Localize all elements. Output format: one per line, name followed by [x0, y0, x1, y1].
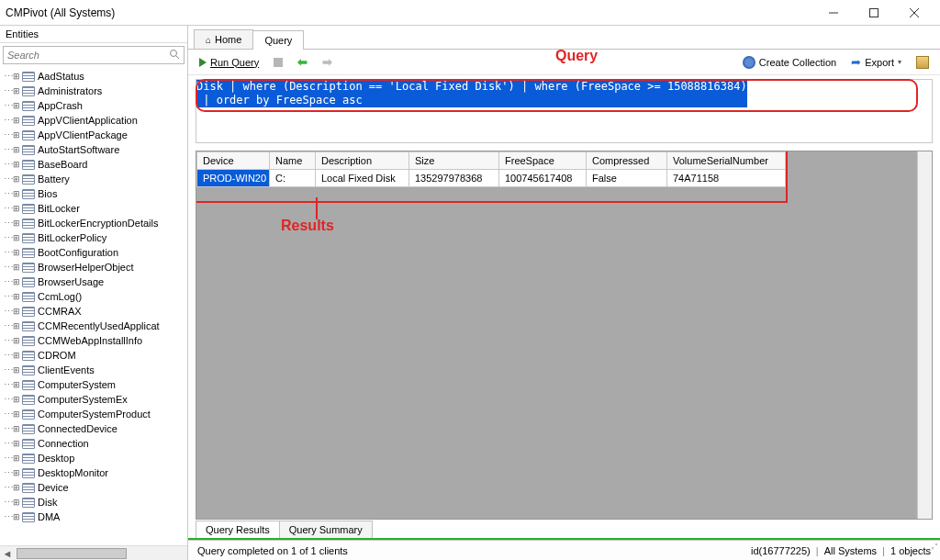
cabinet-button[interactable]: [912, 54, 933, 71]
entity-tree-item[interactable]: ⋯⊞Disk: [0, 495, 187, 510]
expand-icon[interactable]: ⊞: [11, 276, 22, 287]
export-button[interactable]: ➦ Export ▾: [847, 53, 905, 71]
expand-icon[interactable]: ⊞: [11, 306, 22, 317]
expand-icon[interactable]: ⊞: [11, 409, 22, 420]
entity-tree-item[interactable]: ⋯⊞AutoStartSoftware: [0, 142, 187, 157]
table-cell[interactable]: 135297978368: [409, 170, 499, 187]
entity-tree-item[interactable]: ⋯⊞ClientEvents: [0, 363, 187, 377]
expand-icon[interactable]: ⊞: [11, 423, 22, 434]
entity-tree-item[interactable]: ⋯⊞BitLockerEncryptionDetails: [0, 216, 187, 230]
resize-grip-icon[interactable]: ⋰: [925, 545, 938, 558]
entity-tree-item[interactable]: ⋯⊞Bios: [0, 186, 187, 201]
table-cell[interactable]: 74A71158: [667, 170, 786, 187]
query-text[interactable]: Disk | where (Description == 'Local Fixe…: [196, 80, 747, 107]
expand-icon[interactable]: ⊞: [11, 364, 22, 375]
entity-tree-item[interactable]: ⋯⊞ComputerSystemProduct: [0, 407, 187, 421]
column-header[interactable]: Compressed: [587, 151, 667, 170]
tree-hscroll[interactable]: ◄: [0, 545, 187, 560]
expand-icon[interactable]: ⊞: [11, 203, 22, 214]
entity-tree-item[interactable]: ⋯⊞ComputerSystem: [0, 377, 187, 392]
entity-tree-item[interactable]: ⋯⊞DMA: [0, 510, 187, 524]
stop-button[interactable]: [270, 56, 286, 69]
table-row[interactable]: PROD-WIN20C:Local Fixed Disk135297978368…: [196, 170, 786, 187]
table-cell[interactable]: C:: [270, 170, 316, 187]
column-header[interactable]: VolumeSerialNumber: [667, 151, 786, 170]
expand-icon[interactable]: ⊞: [11, 482, 22, 493]
entity-tree-item[interactable]: ⋯⊞CcmLog(): [0, 289, 187, 304]
scroll-left-icon[interactable]: ◄: [0, 548, 15, 559]
entity-tree-item[interactable]: ⋯⊞Connection: [0, 436, 187, 451]
expand-icon[interactable]: ⊞: [11, 174, 22, 185]
search-icon[interactable]: [169, 49, 180, 62]
column-header[interactable]: FreeSpace: [499, 151, 587, 170]
entity-tree-item[interactable]: ⋯⊞AppVClientApplication: [0, 113, 187, 128]
scroll-thumb[interactable]: [17, 548, 127, 559]
expand-icon[interactable]: ⊞: [11, 497, 22, 508]
entity-tree-item[interactable]: ⋯⊞AppCrash: [0, 98, 187, 113]
expand-icon[interactable]: ⊞: [11, 144, 22, 155]
nav-forward-button[interactable]: ➡: [319, 53, 336, 71]
entity-tree-item[interactable]: ⋯⊞AppVClientPackage: [0, 128, 187, 142]
expand-icon[interactable]: ⊞: [11, 438, 22, 449]
entity-tree-item[interactable]: ⋯⊞ConnectedDevice: [0, 421, 187, 436]
tab-query-summary[interactable]: Query Summary: [279, 521, 373, 538]
maximize-button[interactable]: [854, 0, 894, 26]
expand-icon[interactable]: ⊞: [11, 350, 22, 361]
expand-icon[interactable]: ⊞: [11, 232, 22, 243]
nav-back-button[interactable]: ⬅: [294, 53, 311, 71]
entity-tree-item[interactable]: ⋯⊞BitLockerPolicy: [0, 230, 187, 245]
entity-tree-item[interactable]: ⋯⊞Device: [0, 480, 187, 495]
entity-tree-item[interactable]: ⋯⊞BrowserUsage: [0, 274, 187, 289]
entity-tree-item[interactable]: ⋯⊞Administrators: [0, 84, 187, 98]
minimize-button[interactable]: [813, 0, 854, 26]
results-vscroll[interactable]: [917, 151, 932, 519]
expand-icon[interactable]: ⊞: [11, 100, 22, 111]
expand-icon[interactable]: ⊞: [11, 291, 22, 302]
run-query-button[interactable]: Run Query: [196, 55, 263, 70]
column-header[interactable]: Device: [196, 151, 270, 170]
entity-tree-item[interactable]: ⋯⊞ComputerSystemEx: [0, 392, 187, 407]
expand-icon[interactable]: ⊞: [11, 188, 22, 199]
tab-query[interactable]: Query: [252, 30, 304, 50]
search-input[interactable]: [7, 50, 169, 61]
entity-tree-item[interactable]: ⋯⊞AadStatus: [0, 69, 187, 84]
close-button[interactable]: [894, 0, 934, 26]
expand-icon[interactable]: ⊞: [11, 71, 22, 82]
entity-tree-item[interactable]: ⋯⊞Battery: [0, 172, 187, 186]
table-cell[interactable]: PROD-WIN20: [196, 170, 270, 187]
tab-query-results[interactable]: Query Results: [196, 521, 280, 538]
expand-icon[interactable]: ⊞: [11, 159, 22, 170]
tab-home[interactable]: ⌂ Home: [194, 29, 253, 49]
table-cell[interactable]: False: [587, 170, 667, 187]
entity-tree-item[interactable]: ⋯⊞CCMWebAppInstallInfo: [0, 333, 187, 348]
entity-tree-item[interactable]: ⋯⊞DesktopMonitor: [0, 465, 187, 480]
expand-icon[interactable]: ⊞: [11, 247, 22, 258]
entity-tree-item[interactable]: ⋯⊞Desktop: [0, 451, 187, 465]
expand-icon[interactable]: ⊞: [11, 467, 22, 478]
expand-icon[interactable]: ⊞: [11, 218, 22, 229]
entity-tree-item[interactable]: ⋯⊞CDROM: [0, 348, 187, 363]
entity-tree-item[interactable]: ⋯⊞BootConfiguration: [0, 245, 187, 260]
expand-icon[interactable]: ⊞: [11, 262, 22, 273]
column-header[interactable]: Name: [270, 151, 316, 170]
table-cell[interactable]: 100745617408: [499, 170, 587, 187]
expand-icon[interactable]: ⊞: [11, 453, 22, 464]
entity-tree-item[interactable]: ⋯⊞BrowserHelperObject: [0, 260, 187, 274]
expand-icon[interactable]: ⊞: [11, 320, 22, 331]
expand-icon[interactable]: ⊞: [11, 129, 22, 140]
table-cell[interactable]: Local Fixed Disk: [316, 170, 409, 187]
expand-icon[interactable]: ⊞: [11, 335, 22, 346]
results-grid[interactable]: DeviceNameDescriptionSizeFreeSpaceCompre…: [196, 151, 786, 187]
expand-icon[interactable]: ⊞: [11, 85, 22, 96]
expand-icon[interactable]: ⊞: [11, 511, 22, 522]
expand-icon[interactable]: ⊞: [11, 379, 22, 390]
column-header[interactable]: Size: [409, 151, 499, 170]
entity-tree[interactable]: ⋯⊞AadStatus⋯⊞Administrators⋯⊞AppCrash⋯⊞A…: [0, 67, 187, 545]
expand-icon[interactable]: ⊞: [11, 394, 22, 405]
entity-tree-item[interactable]: ⋯⊞BaseBoard: [0, 157, 187, 172]
entity-tree-item[interactable]: ⋯⊞BitLocker: [0, 201, 187, 216]
column-header[interactable]: Description: [316, 151, 409, 170]
entity-tree-item[interactable]: ⋯⊞CCMRAX: [0, 304, 187, 319]
query-editor[interactable]: Disk | where (Description == 'Local Fixe…: [196, 79, 933, 143]
expand-icon[interactable]: ⊞: [11, 115, 22, 126]
